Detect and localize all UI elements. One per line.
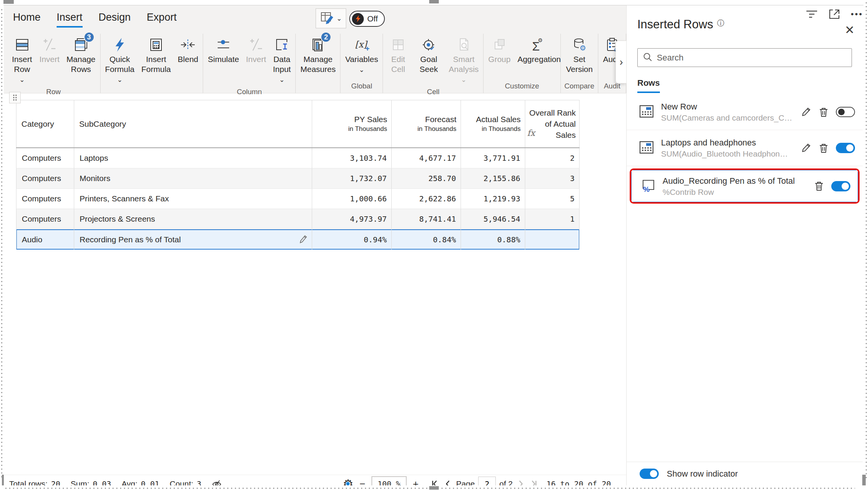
data-table: fx Category SubCategory PY Salesin Thous… — [16, 100, 580, 250]
manage-measures-badge: 2 — [321, 32, 331, 42]
panel-close-button[interactable]: ✕ — [845, 23, 855, 37]
row-enabled-toggle-on[interactable] — [831, 181, 850, 191]
set-version-icon: ⚙ — [571, 35, 587, 54]
tab-design[interactable]: Design — [99, 11, 131, 28]
blend-button[interactable]: Blend — [174, 34, 202, 66]
more-options-icon[interactable]: ••• — [851, 9, 863, 19]
column-header-category[interactable]: Category — [16, 100, 74, 147]
delete-trash-icon[interactable] — [819, 107, 829, 118]
eye-off-icon[interactable] — [212, 479, 222, 486]
column-header-subcategory[interactable]: SubCategory — [74, 100, 312, 147]
table-header-row: Category SubCategory PY Salesin Thousand… — [16, 100, 580, 148]
item-title: Audio_Recording Pen as % of Total — [663, 176, 795, 186]
edit-mode-button[interactable]: ⌄ — [316, 8, 346, 28]
row-range-indicator: 16 to 20 of 20 — [546, 475, 611, 485]
search-input[interactable] — [657, 53, 847, 63]
delete-trash-icon[interactable] — [814, 181, 824, 191]
data-input-icon — [274, 35, 290, 54]
set-version-button[interactable]: ⚙ Set Version — [562, 34, 597, 76]
table-row[interactable]: Computers Monitors 1,732.07 258.70 2,155… — [16, 168, 580, 189]
manage-measures-button[interactable]: 2 Manage Measures — [297, 34, 339, 76]
zoom-in-button[interactable]: + — [412, 478, 420, 486]
ribbon-tabs: Home Insert Design Export — [13, 11, 177, 28]
resize-handle-top-center[interactable] — [429, 0, 439, 3]
list-item-laptops-and-headphones[interactable]: Laptops and headphones SUM(Audio_Bluetoo… — [627, 130, 863, 166]
lightning-icon — [352, 13, 364, 25]
edit-cell-button[interactable]: Edit Cell — [384, 34, 412, 76]
count-value: 3 — [197, 479, 201, 485]
table-row[interactable]: Computers Printers, Scanners & Fax 1,000… — [16, 189, 580, 209]
column-header-py-sales[interactable]: PY Salesin Thousands — [312, 100, 392, 147]
chevron-right-icon: › — [620, 56, 623, 68]
aggregation-button[interactable]: Σ⚙ Aggregation — [514, 34, 559, 66]
ribbon-expand-button[interactable]: › — [616, 41, 626, 83]
tab-insert[interactable]: Insert — [57, 11, 83, 28]
group-button[interactable]: Group — [485, 34, 514, 66]
data-input-button[interactable]: Data Input ⌄ — [270, 34, 295, 87]
column-header-forecast[interactable]: Forecastin Thousands — [392, 100, 461, 147]
group-label-row: Row — [8, 87, 99, 96]
next-page-button[interactable] — [516, 479, 525, 485]
settings-gear-icon[interactable]: ⚙ — [343, 477, 353, 486]
ribbon-group-formula: Quick Formula ⌄ Insert Formula Blend — [101, 34, 204, 93]
group-icon — [492, 35, 508, 54]
first-page-button[interactable] — [431, 479, 440, 485]
table-row-selected-inserted[interactable]: Audio Recording Pen as % of Total 0.94% … — [16, 229, 580, 250]
column-header-rank[interactable]: Overall Rank of Actual Sales — [525, 100, 580, 147]
show-row-indicator-label: Show row indicator — [667, 469, 738, 479]
invert-row-button[interactable]: Invert — [36, 34, 63, 66]
edit-cell-icon — [390, 35, 406, 54]
search-box[interactable] — [637, 48, 852, 67]
delete-trash-icon[interactable] — [819, 143, 829, 154]
search-icon — [643, 52, 653, 64]
resize-handle-top-left[interactable] — [3, 0, 14, 4]
table-row[interactable]: Computers Projectors & Screens 4,973.97 … — [16, 209, 580, 229]
tab-rows[interactable]: Rows — [637, 78, 660, 93]
zoom-out-button[interactable]: − — [358, 478, 366, 486]
ribbon-group-compare: ⚙ Set Version Compare — [561, 34, 598, 93]
group-label-column: Column — [204, 87, 294, 96]
insert-formula-button[interactable]: Insert Formula — [138, 34, 174, 76]
panel-title: Inserted Rows ⓘ — [637, 18, 724, 31]
page-number-input[interactable] — [478, 477, 496, 485]
manage-rows-button[interactable]: 3 Manage Rows — [63, 34, 99, 76]
variables-button[interactable]: [x]+ Variables ⌄ — [342, 34, 381, 77]
group-label-customize: Customize — [485, 81, 559, 93]
show-row-indicator-toggle[interactable] — [640, 469, 659, 479]
edit-pencil-icon[interactable] — [801, 107, 811, 117]
chevron-down-icon: ⌄ — [19, 76, 24, 83]
fx-indicator: fx — [527, 128, 535, 138]
last-page-button[interactable] — [529, 479, 538, 485]
edit-pencil-icon[interactable] — [801, 143, 811, 153]
visual-header-toolbar: ••• — [806, 8, 863, 20]
group-label-cell: Cell — [384, 87, 482, 96]
info-icon[interactable]: ⓘ — [717, 18, 724, 28]
edit-row-pencil-icon[interactable] — [299, 235, 308, 246]
smart-analysis-button[interactable]: Smart Analysis ⌄ — [445, 34, 482, 87]
row-enabled-toggle-on[interactable] — [836, 143, 855, 153]
simulate-button[interactable]: Simulate — [204, 34, 243, 66]
insert-row-icon — [14, 35, 30, 54]
focus-mode-icon[interactable] — [828, 8, 840, 20]
live-mode-toggle[interactable]: Off — [349, 11, 385, 27]
insert-row-button[interactable]: Insert Row ⌄ — [8, 34, 36, 87]
chevron-down-icon: ⌄ — [117, 76, 122, 83]
quick-formula-button[interactable]: Quick Formula ⌄ — [102, 34, 138, 87]
table-row[interactable]: Computers Laptops 3,103.74 4,677.17 3,77… — [16, 148, 580, 168]
previous-page-button[interactable] — [443, 479, 453, 485]
list-item-percent-contrib-row[interactable]: % Audio_Recording Pen as % of Total %Con… — [631, 170, 858, 202]
invert-column-button[interactable]: Invert — [243, 34, 270, 66]
table-drag-handle[interactable] — [9, 92, 21, 103]
list-item-new-row[interactable]: New Row SUM(Cameras and camcorders_C… — [627, 94, 863, 130]
tab-export[interactable]: Export — [147, 11, 177, 28]
resize-handle-bottom-center[interactable] — [429, 486, 439, 490]
tab-home[interactable]: Home — [13, 11, 41, 28]
variables-icon: [x]+ — [353, 35, 370, 54]
inserted-rows-list: New Row SUM(Cameras and camcorders_C… La… — [627, 94, 863, 204]
column-header-actual-sales[interactable]: Actual Salesin Thousands — [461, 100, 525, 147]
filter-icon[interactable] — [806, 9, 818, 19]
row-enabled-toggle-off[interactable] — [836, 107, 855, 117]
zoom-level[interactable]: 100 % — [371, 476, 407, 485]
goal-seek-button[interactable]: Goal Seek — [412, 34, 445, 76]
manage-rows-icon: 3 — [73, 35, 89, 54]
